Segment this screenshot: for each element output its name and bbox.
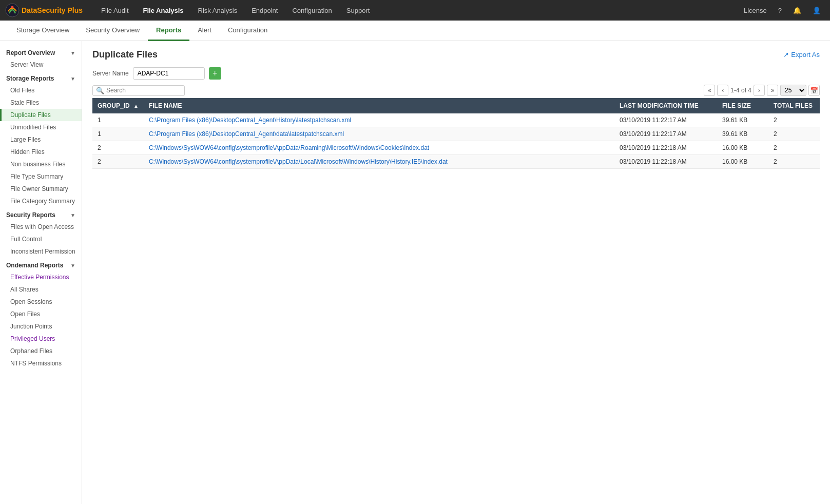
sidebar-item-duplicate-files[interactable]: Duplicate Files [0, 109, 82, 121]
user-menu-button[interactable]: 👤 [808, 0, 825, 21]
cell-total-files: 2 [768, 155, 820, 169]
sidebar-item-orphaned-files[interactable]: Orphaned Files [0, 345, 82, 357]
sidebar-item-unmodified-files[interactable]: Unmodified Files [0, 121, 82, 133]
sidebar-item-full-control[interactable]: Full Control [0, 233, 82, 245]
sub-nav-alert[interactable]: Alert [189, 21, 220, 41]
sidebar-item-junction-points[interactable]: Junction Points [0, 320, 82, 333]
search-wrap: 🔍 [92, 85, 185, 96]
col-last-modification: LAST MODIFICATION TIME [614, 98, 717, 113]
page-title: Duplicate Files [92, 49, 158, 60]
sub-nav-security-overview[interactable]: Security Overview [78, 21, 148, 41]
top-navigation: DataSecurity Plus File Audit File Analys… [0, 0, 830, 21]
next-page-button[interactable]: › [754, 85, 765, 96]
cell-file-size: 16.00 KB [717, 155, 768, 169]
col-file-name: FILE NAME [144, 98, 614, 113]
notifications-button[interactable]: 🔔 [789, 0, 805, 21]
page-info: 1-4 of 4 [730, 87, 751, 94]
cell-total-files: 2 [768, 113, 820, 127]
first-page-button[interactable]: « [704, 85, 715, 96]
sidebar-section-storage-reports[interactable]: Storage Reports ▼ [0, 71, 82, 84]
main-content: Duplicate Files ↗ Export As Server Name … [82, 41, 830, 504]
sidebar-item-files-open-access[interactable]: Files with Open Access [0, 221, 82, 233]
table-body: 1 C:\Program Files (x86)\DesktopCentral_… [92, 113, 820, 169]
security-reports-arrow: ▼ [70, 212, 75, 218]
cell-file-name: C:\Program Files (x86)\DesktopCentral_Ag… [144, 113, 614, 127]
sub-navigation: Storage Overview Security Overview Repor… [0, 21, 830, 41]
content-inner: Duplicate Files ↗ Export As Server Name … [82, 41, 830, 504]
cell-total-files: 2 [768, 127, 820, 141]
server-name-label: Server Name [92, 70, 129, 77]
license-button[interactable]: License [740, 0, 771, 21]
cell-last-mod: 03/10/2019 11:22:18 AM [614, 141, 717, 155]
prev-page-button[interactable]: ‹ [717, 85, 728, 96]
pagination: « ‹ 1-4 of 4 › » 25 50 100 📅 [704, 85, 820, 96]
table-header: GROUP_ID ▲ FILE NAME LAST MODIFICATION T… [92, 98, 820, 113]
cell-file-size: 39.61 KB [717, 113, 768, 127]
brand-logo-area: DataSecurity Plus [5, 3, 83, 17]
sidebar-section-report-overview[interactable]: Report Overview ▼ [0, 45, 82, 59]
sidebar-item-hidden-files[interactable]: Hidden Files [0, 146, 82, 158]
calendar-button[interactable]: 📅 [808, 85, 820, 96]
sidebar-item-stale-files[interactable]: Stale Files [0, 96, 82, 109]
cell-file-name: C:\Windows\SysWOW64\config\systemprofile… [144, 155, 614, 169]
sidebar-item-large-files[interactable]: Large Files [0, 133, 82, 146]
nav-file-analysis[interactable]: File Analysis [137, 0, 190, 21]
table-row: 2 C:\Windows\SysWOW64\config\systemprofi… [92, 141, 820, 155]
sidebar-item-file-category-summary[interactable]: File Category Summary [0, 195, 82, 207]
sidebar-item-open-files[interactable]: Open Files [0, 308, 82, 320]
storage-reports-arrow: ▼ [70, 76, 75, 82]
filter-row: Server Name + [92, 67, 820, 80]
cell-last-mod: 03/10/2019 11:22:18 AM [614, 155, 717, 169]
cell-last-mod: 03/10/2019 11:22:17 AM [614, 127, 717, 141]
sub-nav-storage-overview[interactable]: Storage Overview [8, 21, 78, 41]
cell-last-mod: 03/10/2019 11:22:17 AM [614, 113, 717, 127]
sidebar-item-non-business-files[interactable]: Non bussiness Files [0, 158, 82, 170]
nav-configuration[interactable]: Configuration [286, 0, 338, 21]
nav-support[interactable]: Support [340, 0, 376, 21]
server-name-input[interactable] [133, 67, 205, 80]
sidebar-item-ntfs-permissions[interactable]: NTFS Permissions [0, 357, 82, 370]
sidebar-section-security-reports[interactable]: Security Reports ▼ [0, 207, 82, 221]
search-input[interactable] [106, 87, 181, 94]
nav-file-audit[interactable]: File Audit [95, 0, 134, 21]
export-button[interactable]: ↗ Export As [783, 51, 820, 59]
brand-logo-icon [5, 3, 20, 17]
sort-icon-group-id: ▲ [133, 103, 139, 109]
ondemand-reports-arrow: ▼ [70, 263, 75, 268]
last-page-button[interactable]: » [767, 85, 778, 96]
cell-group-id: 2 [92, 155, 144, 169]
sidebar-item-inconsistent-permission[interactable]: Inconsistent Permission [0, 245, 82, 258]
cell-total-files: 2 [768, 141, 820, 155]
cell-group-id: 1 [92, 113, 144, 127]
sidebar: Report Overview ▼ Server View Storage Re… [0, 41, 82, 504]
per-page-select[interactable]: 25 50 100 [780, 85, 806, 96]
main-layout: Report Overview ▼ Server View Storage Re… [0, 41, 830, 504]
report-overview-arrow: ▼ [70, 50, 75, 56]
sidebar-item-server-view[interactable]: Server View [0, 59, 82, 71]
sidebar-section-ondemand-reports[interactable]: Ondemand Reports ▼ [0, 258, 82, 271]
table-row: 2 C:\Windows\SysWOW64\config\systemprofi… [92, 155, 820, 169]
sidebar-item-privileged-users[interactable]: Privileged Users [0, 333, 82, 345]
add-server-button[interactable]: + [209, 67, 221, 80]
data-table: GROUP_ID ▲ FILE NAME LAST MODIFICATION T… [92, 98, 820, 169]
cell-group-id: 1 [92, 127, 144, 141]
cell-group-id: 2 [92, 141, 144, 155]
col-total-files: TOTAL FILES [768, 98, 820, 113]
sub-nav-configuration[interactable]: Configuration [220, 21, 276, 41]
col-file-size: FILE SIZE [717, 98, 768, 113]
sidebar-item-file-type-summary[interactable]: File Type Summary [0, 170, 82, 183]
help-button[interactable]: ? [774, 0, 786, 21]
brand-name: DataSecurity Plus [22, 6, 83, 14]
sidebar-item-all-shares[interactable]: All Shares [0, 283, 82, 296]
cell-file-name: C:\Windows\SysWOW64\config\systemprofile… [144, 141, 614, 155]
page-header: Duplicate Files ↗ Export As [92, 49, 820, 60]
sub-nav-reports[interactable]: Reports [148, 21, 189, 41]
nav-risk-analysis[interactable]: Risk Analysis [192, 0, 244, 21]
sidebar-item-open-sessions[interactable]: Open Sessions [0, 296, 82, 308]
table-toolbar: 🔍 « ‹ 1-4 of 4 › » 25 50 100 📅 [92, 85, 820, 96]
sidebar-item-old-files[interactable]: Old Files [0, 84, 82, 96]
sidebar-item-file-owner-summary[interactable]: File Owner Summary [0, 183, 82, 195]
sidebar-item-effective-permissions[interactable]: Effective Permissions [0, 271, 82, 283]
nav-endpoint[interactable]: Endpoint [245, 0, 284, 21]
col-group-id[interactable]: GROUP_ID ▲ [92, 98, 144, 113]
